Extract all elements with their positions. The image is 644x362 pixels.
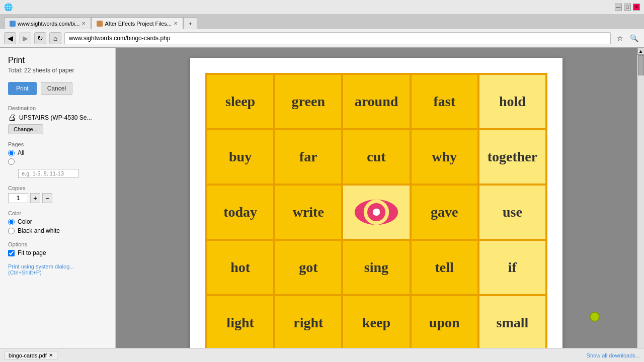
bottom-bar: bingo-cards.pdf ✕ Show all downloads... bbox=[0, 348, 644, 362]
print-total: Total: 22 sheets of paper bbox=[8, 67, 107, 74]
print-button[interactable]: Print bbox=[8, 82, 37, 95]
back-button[interactable]: ◀ bbox=[4, 32, 16, 44]
title-bar: 🌐 — □ ✕ bbox=[0, 0, 644, 14]
refresh-button[interactable]: ↻ bbox=[34, 32, 46, 44]
bingo-cell-7: cut bbox=[342, 129, 410, 185]
scroll-track[interactable] bbox=[637, 55, 645, 355]
tab-favicon-sightwords bbox=[10, 21, 16, 27]
fit-to-page-checkbox[interactable] bbox=[8, 250, 15, 256]
tab-sightwords[interactable]: www.sightwords.com/bi... ✕ bbox=[4, 17, 91, 29]
svg-point-4 bbox=[377, 209, 379, 212]
bingo-cell-14: use bbox=[478, 185, 546, 240]
bingo-cell-11: write bbox=[274, 185, 342, 240]
bingo-cell-16: got bbox=[274, 240, 342, 295]
download-filename: bingo-cards.pdf bbox=[9, 352, 47, 358]
address-bar[interactable] bbox=[64, 32, 611, 44]
copies-decrement-button[interactable]: − bbox=[42, 193, 52, 203]
bingo-cell-4: hold bbox=[478, 74, 546, 129]
pages-all-label: All bbox=[18, 149, 24, 156]
bookmark-icon[interactable]: ☆ bbox=[614, 32, 626, 44]
tab-close-aftereffects[interactable]: ✕ bbox=[174, 21, 178, 26]
maximize-button[interactable]: □ bbox=[624, 4, 631, 11]
bingo-cell-24: small bbox=[478, 295, 546, 350]
bingo-cell-13: gave bbox=[411, 185, 478, 240]
browser-logo: 🌐 bbox=[4, 3, 13, 11]
bingo-cell-10: today bbox=[206, 185, 274, 240]
pages-all-radio[interactable] bbox=[8, 150, 15, 156]
nav-bar: ◀ ▶ ↻ ⌂ ☆ 🔍 bbox=[0, 29, 644, 47]
search-icon[interactable]: 🔍 bbox=[628, 32, 640, 44]
destination-name: UPSTAIRS (WP-4530 Se... bbox=[19, 114, 92, 121]
system-dialog-link[interactable]: Print using system dialog... (Ctrl+Shift… bbox=[8, 263, 107, 276]
pages-label: Pages bbox=[8, 141, 107, 147]
bingo-cell-1: green bbox=[274, 74, 342, 129]
print-buttons: Print Cancel bbox=[8, 82, 107, 95]
bingo-cell-17: sing bbox=[342, 240, 410, 295]
download-item: bingo-cards.pdf ✕ bbox=[4, 351, 57, 360]
bingo-cell-20: light bbox=[206, 295, 274, 350]
scroll-thumb[interactable] bbox=[638, 55, 644, 75]
change-destination-button[interactable]: Change... bbox=[8, 124, 43, 134]
print-panel: Print Total: 22 sheets of paper Print Ca… bbox=[0, 48, 116, 362]
pages-custom-option[interactable] bbox=[8, 158, 107, 165]
close-button[interactable]: ✕ bbox=[633, 4, 640, 11]
tab-close-sightwords[interactable]: ✕ bbox=[82, 21, 86, 26]
pages-custom-radio[interactable] bbox=[8, 158, 15, 165]
scrollbar-right: ▲ ▼ bbox=[637, 48, 644, 362]
tab-bar: www.sightwords.com/bi... ✕ After Effects… bbox=[0, 14, 644, 29]
color-option[interactable]: Color bbox=[8, 218, 107, 225]
cancel-button[interactable]: Cancel bbox=[41, 82, 72, 95]
copies-row: Copies + − bbox=[8, 185, 107, 203]
bingo-cell-19: if bbox=[478, 240, 546, 295]
bingo-cell-15: hot bbox=[206, 240, 274, 295]
tab-label-aftereffects: After Effects Project Files... bbox=[105, 21, 171, 27]
tab-aftereffects[interactable]: After Effects Project Files... ✕ bbox=[91, 17, 183, 29]
minimize-button[interactable]: — bbox=[615, 4, 622, 11]
color-row: Color Color Black and white bbox=[8, 210, 107, 234]
bingo-cell-9: together bbox=[478, 129, 546, 185]
copies-control: + − bbox=[8, 193, 107, 203]
pages-custom-input[interactable] bbox=[18, 169, 78, 178]
download-close-button[interactable]: ✕ bbox=[49, 352, 53, 358]
tab-label-sightwords: www.sightwords.com/bi... bbox=[18, 21, 79, 27]
bingo-page: sleepgreenaroundfastholdbuyfarcutwhytoge… bbox=[190, 58, 562, 362]
destination-row: Destination 🖨 UPSTAIRS (WP-4530 Se... Ch… bbox=[8, 105, 107, 134]
print-title: Print bbox=[8, 56, 107, 65]
printer-icon: 🖨 bbox=[8, 113, 16, 122]
color-radio[interactable] bbox=[8, 219, 15, 225]
new-tab-button[interactable]: + bbox=[183, 17, 197, 29]
destination-label: Destination bbox=[8, 105, 107, 111]
options-row: Options Fit to page bbox=[8, 241, 107, 256]
show-all-downloads-link[interactable]: Show all downloads... bbox=[587, 352, 640, 358]
bw-radio[interactable] bbox=[8, 228, 15, 234]
color-label-text: Color bbox=[18, 218, 32, 225]
browser-chrome: 🌐 — □ ✕ www.sightwords.com/bi... ✕ After… bbox=[0, 0, 644, 48]
copies-input[interactable] bbox=[8, 193, 28, 203]
destination-value: 🖨 UPSTAIRS (WP-4530 Se... bbox=[8, 113, 107, 122]
copies-increment-button[interactable]: + bbox=[30, 193, 40, 203]
bingo-cell-3: fast bbox=[411, 74, 478, 129]
color-radio-group: Color Black and white bbox=[8, 218, 107, 234]
bingo-cell-5: buy bbox=[206, 129, 274, 185]
tab-favicon-aftereffects bbox=[97, 21, 103, 27]
forward-button[interactable]: ▶ bbox=[19, 32, 31, 44]
pages-all-option[interactable]: All bbox=[8, 149, 107, 156]
bingo-cell-6: far bbox=[274, 129, 342, 185]
bingo-cell-18: tell bbox=[411, 240, 478, 295]
home-button[interactable]: ⌂ bbox=[49, 32, 61, 44]
bingo-grid: sleepgreenaroundfastholdbuyfarcutwhytoge… bbox=[205, 73, 547, 351]
pages-radio-group: All bbox=[8, 149, 107, 178]
copies-label: Copies bbox=[8, 185, 107, 191]
color-label: Color bbox=[8, 210, 107, 216]
bingo-cell-21: right bbox=[274, 295, 342, 350]
bingo-cell-12 bbox=[342, 185, 410, 240]
pages-row: Pages All bbox=[8, 141, 107, 178]
fit-to-page-option[interactable]: Fit to page bbox=[8, 249, 107, 256]
scroll-up-button[interactable]: ▲ bbox=[637, 48, 645, 55]
title-bar-left: 🌐 bbox=[4, 3, 13, 11]
content-area: sleepgreenaroundfastholdbuyfarcutwhytoge… bbox=[116, 48, 637, 362]
bw-option[interactable]: Black and white bbox=[8, 227, 107, 234]
bingo-cell-2: around bbox=[342, 74, 410, 129]
bingo-cell-8: why bbox=[411, 129, 478, 185]
nav-icons: ☆ 🔍 bbox=[614, 32, 640, 44]
